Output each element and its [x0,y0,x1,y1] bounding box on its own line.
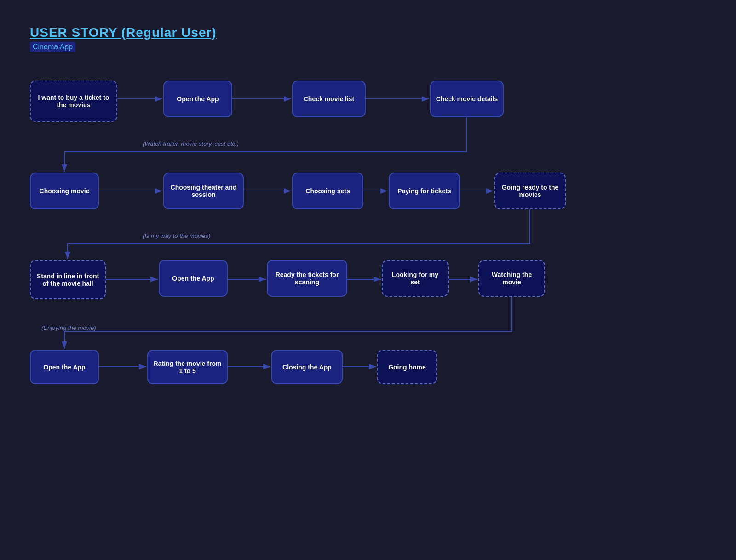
flow-node-n5: Choosing movie [30,173,99,209]
diagram-container: USER STORY (Regular User) Cinema App [0,0,736,560]
flow-node-n3: Check movie list [292,81,366,117]
flow-node-n4: Check movie details [430,81,504,117]
sub-title: Cinema App [30,42,75,52]
phase-label-2: (Is my way to the movies) [143,232,210,239]
flow-node-n18: Going home [377,350,437,384]
flow-node-n6: Choosing theater and session [163,173,244,209]
flow-node-n2: Open the App [163,81,232,117]
flow-node-n11: Open the App [159,260,228,297]
flow-node-n8: Paying for tickets [389,173,460,209]
phase-label-1: (Watch trailer, movie story, cast etc.) [143,140,239,147]
flow-node-n10: Stand in line in front of the movie hall [30,260,106,299]
flow-node-n14: Watching the movie [478,260,545,297]
flow-node-n7: Choosing sets [292,173,363,209]
flow-node-n13: Looking for my set [382,260,448,297]
main-title: USER STORY (Regular User) [30,25,217,40]
flow-node-n16: Rating the movie from 1 to 5 [147,350,228,384]
flow-node-n1: I want to buy a ticket to the movies [30,81,117,122]
flow-node-n15: Open the App [30,350,99,384]
flow-node-n17: Closing the App [271,350,343,384]
title-area: USER STORY (Regular User) Cinema App [30,25,217,52]
flow-node-n12: Ready the tickets for scaning [267,260,347,297]
phase-label-3: (Enjoying the movie) [41,324,96,331]
flow-node-n9: Going ready to the movies [494,173,566,209]
